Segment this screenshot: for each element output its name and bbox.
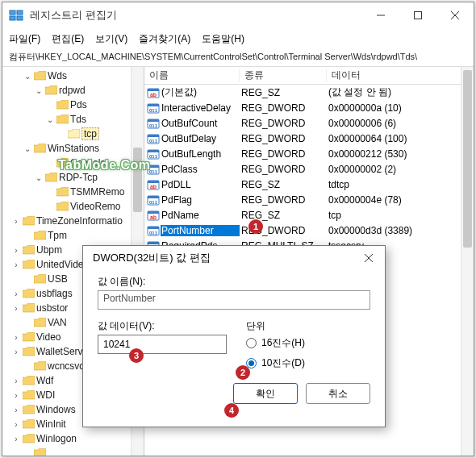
chevron-right-icon: ›: [10, 289, 22, 298]
tree-label: WinStations: [48, 143, 99, 154]
folder-icon: [22, 375, 35, 386]
svg-rect-30: [148, 196, 159, 198]
list-row[interactable]: ab(기본값)REG_SZ(값 설정 안 됨): [144, 85, 474, 100]
maximize-button[interactable]: [399, 2, 436, 28]
folder-icon: [22, 418, 35, 430]
folder-icon: [22, 433, 35, 444]
svg-rect-5: [415, 12, 422, 19]
tree-label: VAN: [48, 317, 67, 328]
tree-item[interactable]: VideoRemo: [2, 199, 144, 214]
svg-rect-12: [148, 104, 159, 106]
folder-icon: [44, 172, 57, 183]
chevron-right-icon: ›: [10, 377, 22, 385]
tree-item[interactable]: TSMMRemo: [2, 185, 144, 199]
chevron-right-icon: ›: [10, 217, 22, 226]
tree-label: Pds: [70, 99, 87, 110]
list-scrollbar[interactable]: [461, 67, 474, 456]
value-data: (값 설정 안 됨): [327, 85, 474, 99]
value-name-field[interactable]: PortNumber: [98, 290, 370, 310]
svg-text:ab: ab: [150, 183, 157, 189]
menu-edit[interactable]: 편집(E): [52, 32, 84, 46]
list-row[interactable]: 011OutBufLengthREG_DWORD0x00000212 (530): [144, 146, 474, 161]
value-data: 0x00000d3d (3389): [327, 225, 474, 236]
menu-view[interactable]: 보기(V): [95, 32, 127, 46]
svg-rect-21: [148, 150, 159, 152]
col-header-type[interactable]: 종류: [240, 69, 327, 82]
value-data-input[interactable]: [98, 335, 227, 354]
reg-value-icon: 011: [146, 224, 161, 237]
chevron-right-icon: ›: [10, 304, 22, 313]
tree-label: Windows: [36, 404, 76, 415]
list-row[interactable]: 011OutBufCountREG_DWORD0x00000006 (6): [144, 115, 474, 131]
list-row[interactable]: abPdDLLREG_SZtdtcp: [144, 177, 474, 192]
value-name: PdDLL: [161, 179, 240, 190]
menu-file[interactable]: 파일(F): [9, 32, 40, 46]
radio-hex[interactable]: 16진수(H): [246, 336, 370, 350]
tree-item[interactable]: tcp: [2, 127, 144, 141]
folder-icon: [33, 70, 46, 81]
value-type: REG_SZ: [240, 210, 327, 221]
menubar: 파일(F) 편집(E) 보기(V) 즐겨찾기(A) 도움말(H): [2, 28, 474, 49]
tree-label: rdpwd: [59, 85, 86, 96]
tree-item[interactable]: ⌄rdpwd: [2, 83, 144, 98]
unit-label: 단위: [246, 319, 370, 333]
value-type: REG_DWORD: [240, 102, 327, 114]
reg-value-icon: 011: [146, 102, 161, 114]
value-name: PdName: [161, 210, 240, 221]
svg-rect-2: [10, 16, 15, 20]
tree-label: Tpm: [48, 230, 67, 241]
list-row[interactable]: 011OutBufDelayREG_DWORD0x00000064 (100): [144, 131, 474, 146]
tree-item[interactable]: ›TimeZoneInformatio: [2, 214, 144, 228]
menu-help[interactable]: 도움말(H): [202, 32, 244, 46]
value-name: OutBufDelay: [161, 133, 240, 144]
dialog-close-button[interactable]: [357, 248, 380, 268]
ok-button[interactable]: 확인: [233, 383, 298, 404]
cancel-button[interactable]: 취소: [306, 383, 370, 404]
value-data: 0x00000212 (530): [327, 148, 474, 160]
radio-dec[interactable]: 10진수(D): [246, 356, 370, 370]
menu-favorites[interactable]: 즐겨찾기(A): [139, 32, 190, 46]
list-row[interactable]: 011InteractiveDelayREG_DWORD0x0000000a (…: [144, 100, 474, 115]
reg-value-icon: ab: [146, 209, 161, 222]
svg-rect-1: [17, 10, 23, 15]
list-header: 이름 종류 데이터: [144, 67, 474, 85]
value-type: REG_DWORD: [240, 164, 327, 175]
minimize-button[interactable]: [362, 2, 399, 28]
list-row[interactable]: abPdNameREG_SZtcp: [144, 207, 474, 223]
tree-label: wcncsvc: [48, 360, 84, 372]
tree-label: USB: [48, 273, 68, 285]
tree-item[interactable]: ›Winlogon: [2, 431, 144, 446]
badge-2: 2: [236, 365, 250, 380]
tree-item[interactable]: ⌄WinStations: [2, 141, 144, 156]
svg-text:011: 011: [149, 138, 158, 143]
address-bar[interactable]: 컴퓨터\HKEY_LOCAL_MACHINE\SYSTEM\CurrentCon…: [2, 49, 474, 67]
folder-icon: [33, 273, 46, 285]
col-header-data[interactable]: 데이터: [327, 69, 474, 82]
tree-label: WalletServ: [36, 346, 83, 357]
tree-label: Tds: [70, 114, 86, 125]
tree-item[interactable]: ⌄Wds: [2, 69, 144, 83]
svg-rect-0: [10, 10, 15, 15]
close-button[interactable]: [436, 2, 474, 28]
tree-label: Ubpm: [36, 244, 62, 256]
tree-item[interactable]: ⌄Tds: [2, 112, 144, 127]
chevron-right-icon: ›: [10, 260, 22, 269]
tree-item[interactable]: Pds: [2, 98, 144, 112]
folder-icon: [33, 143, 46, 154]
list-row[interactable]: 011PortNumberREG_DWORD0x00000d3d (3389): [144, 223, 474, 238]
folder-icon: [33, 448, 46, 456]
value-data: tdtcp: [327, 179, 474, 190]
chevron-down-icon: ⌄: [22, 72, 33, 81]
list-row[interactable]: 011PdClassREG_DWORD0x00000002 (2): [144, 161, 474, 177]
tree-item[interactable]: [2, 446, 144, 456]
tree-item[interactable]: Tpm: [2, 228, 144, 243]
tree-label: UnitedVide: [36, 259, 84, 270]
folder-icon: [22, 215, 35, 227]
list-row[interactable]: 011PdFlagREG_DWORD0x0000004e (78): [144, 192, 474, 207]
tree-label: usbflags: [36, 288, 73, 299]
folder-icon: [56, 186, 69, 198]
value-type: REG_SZ: [240, 87, 327, 98]
radix-radio-group: 16진수(H) 10진수(D): [246, 336, 370, 370]
col-header-name[interactable]: 이름: [144, 69, 240, 82]
reg-value-icon: ab: [146, 178, 161, 191]
